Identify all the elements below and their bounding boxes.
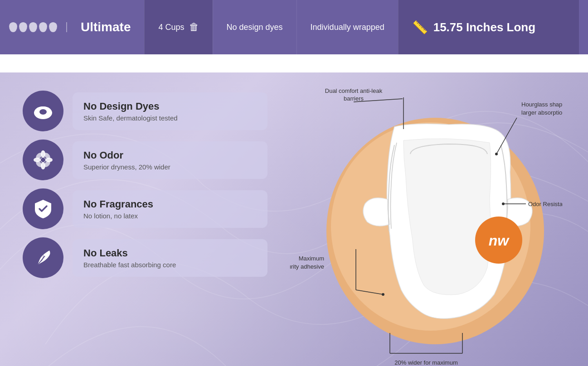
drop-3 <box>29 22 37 32</box>
svg-text:barriers: barriers <box>344 95 364 102</box>
shield-check-icon <box>32 198 54 220</box>
feature-title-3: No Fragrances <box>83 198 257 210</box>
feature-card-no-design-dyes: No Design Dyes Skin Safe, dermatologist … <box>73 92 267 130</box>
svg-text:Maximum: Maximum <box>299 255 324 262</box>
svg-text:Hourglass shape core with: Hourglass shape core with <box>521 101 562 108</box>
svg-text:security adhesive: security adhesive <box>290 263 324 270</box>
length-label: 15.75 Inches Long <box>433 20 535 34</box>
drop-5 <box>49 22 57 32</box>
feature-no-fragrances: No Fragrances No lotion, no latex <box>23 188 267 229</box>
feature-subtitle-4: Breathable fast absorbing core <box>83 261 257 269</box>
svg-text:larger absorption core: larger absorption core <box>521 109 562 116</box>
feature-title-1: No Design Dyes <box>83 101 257 112</box>
feature-card-no-leaks: No Leaks Breathable fast absorbing core <box>73 239 267 277</box>
drop-2 <box>19 22 27 32</box>
svg-text:Odor Resistant: Odor Resistant <box>528 201 562 207</box>
ruler-icon: 📏 <box>412 20 428 35</box>
no-dyes-segment: No design dyes <box>213 0 296 54</box>
white-gap <box>0 54 588 72</box>
level-label: Ultimate <box>67 20 144 34</box>
svg-point-11 <box>41 158 45 162</box>
feature-title-2: No Odor <box>83 149 257 161</box>
top-bar: Ultimate 4 Cups 🗑 No design dyes Individ… <box>0 0 588 54</box>
feature-subtitle-1: Skin Safe, dermatologist tested <box>83 114 257 122</box>
feature-icon-no-leaks <box>23 237 63 278</box>
feature-card-no-fragrances: No Fragrances No lotion, no latex <box>73 190 267 228</box>
feature-no-odor: No Odor Superior dryness, 20% wider <box>23 140 267 180</box>
cups-segment: 4 Cups 🗑 <box>144 0 212 54</box>
feature-icon-no-odor <box>23 140 63 180</box>
feature-no-design-dyes: No Design Dyes Skin Safe, dermatologist … <box>23 91 267 131</box>
feature-icon-no-fragrances <box>23 188 63 229</box>
individually-wrapped-segment: Individually wrapped <box>296 0 398 54</box>
features-panel: No Design Dyes Skin Safe, dermatologist … <box>0 72 281 366</box>
feather-icon <box>32 247 54 269</box>
feature-title-4: No Leaks <box>83 247 257 259</box>
feature-no-leaks: No Leaks Breathable fast absorbing core <box>23 237 267 278</box>
absorbency-drops <box>9 22 67 32</box>
drop-1 <box>9 22 17 32</box>
drop-4 <box>39 22 47 32</box>
annotation-top-left: Dual comfort anti-leak <box>325 87 383 94</box>
feature-card-no-odor: No Odor Superior dryness, 20% wider <box>73 141 267 179</box>
length-segment: 📏 15.75 Inches Long <box>398 0 579 54</box>
diagram-panel: nw Dual comfort anti-leak barriers Hourg… <box>281 72 588 366</box>
feature-icon-no-design-dyes <box>23 91 63 131</box>
cups-label: 4 Cups <box>158 23 184 32</box>
cup-icon: 🗑 <box>189 21 199 33</box>
feature-subtitle-3: No lotion, no latex <box>83 212 257 220</box>
svg-point-1 <box>39 109 47 115</box>
no-dyes-label: No design dyes <box>227 23 283 32</box>
individually-wrapped-label: Individually wrapped <box>311 23 384 32</box>
diaper-icon <box>32 100 54 122</box>
svg-text:nw: nw <box>489 232 510 249</box>
product-diagram: nw Dual comfort anti-leak barriers Hourg… <box>290 82 562 366</box>
main-section: No Design Dyes Skin Safe, dermatologist … <box>0 72 588 366</box>
svg-text:20% wider for maximum: 20% wider for maximum <box>394 359 457 366</box>
feature-subtitle-2: Superior dryness, 20% wider <box>83 163 257 171</box>
flower-icon <box>32 149 54 171</box>
